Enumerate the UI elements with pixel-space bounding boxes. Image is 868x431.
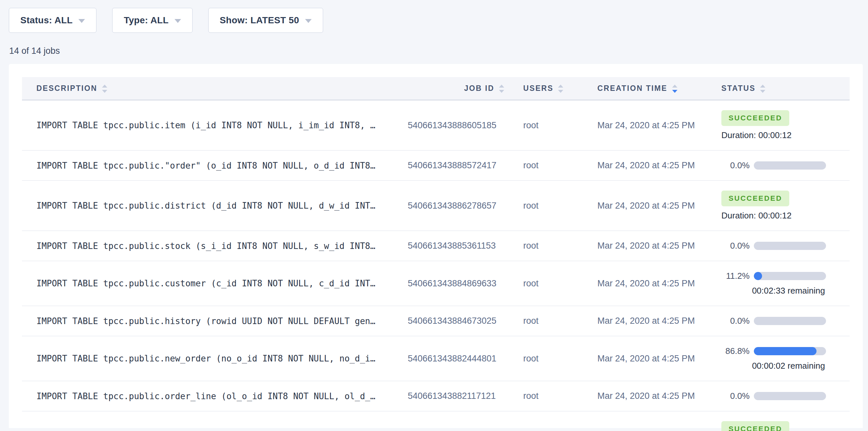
job-user: root <box>513 411 587 431</box>
job-description: IMPORT TABLE tpcc.public.new_order (no_o… <box>22 336 408 381</box>
job-description: IMPORT TABLE tpcc.public.history (rowid … <box>22 306 408 336</box>
job-creation-time: Mar 24, 2020 at 4:25 PM <box>587 181 712 231</box>
sort-asc-icon <box>760 85 765 88</box>
type-filter-dropdown[interactable]: Type: ALL <box>112 8 192 33</box>
sort-icons <box>760 85 765 93</box>
status-filter-dropdown[interactable]: Status: ALL <box>9 8 96 33</box>
jobs-count: 14 of 14 jobs <box>9 46 868 56</box>
status-running-block: 0.0% <box>721 391 849 401</box>
column-header-description[interactable]: DESCRIPTION <box>22 77 408 100</box>
job-user: root <box>513 181 587 231</box>
job-id: 540661343886278657 <box>408 181 513 231</box>
sort-asc-icon <box>499 85 504 88</box>
sort-asc-icon <box>558 85 563 88</box>
column-header-status[interactable]: STATUS <box>712 77 849 100</box>
column-header-label: DESCRIPTION <box>36 84 97 93</box>
job-creation-time: Mar 24, 2020 at 4:25 PM <box>587 100 712 151</box>
sort-icons <box>102 85 107 93</box>
job-id: 540661343888605185 <box>408 100 513 151</box>
status-running-block: 0.0% <box>721 160 849 171</box>
progress-bar <box>754 272 826 280</box>
table-row: IMPORT TABLE tpcc.public.customer (c_id … <box>22 261 849 306</box>
job-status-cell: SUCCEEDED Duration: 00:00:12 <box>712 100 849 151</box>
sort-asc-icon <box>672 85 677 88</box>
column-header-users[interactable]: USERS <box>513 77 587 100</box>
sort-desc-icon <box>558 90 563 93</box>
job-id: 540661343882444801 <box>408 336 513 381</box>
job-progress-percent: 0.0% <box>721 241 750 251</box>
show-filter-label: Show: LATEST 50 <box>220 15 299 26</box>
job-description: IMPORT TABLE tpcc.public.stock (s_i_id I… <box>22 231 408 261</box>
sort-desc-icon <box>499 90 504 93</box>
chevron-down-icon <box>79 19 85 23</box>
job-id: 540661343882117121 <box>408 381 513 411</box>
sort-desc-icon-active <box>672 90 677 93</box>
job-creation-time: Mar 24, 2020 at 4:25 PM <box>587 151 712 181</box>
type-filter-label: Type: ALL <box>124 15 168 26</box>
job-user: root <box>513 336 587 381</box>
column-header-label: CREATION TIME <box>597 84 668 93</box>
sort-icons <box>499 85 504 93</box>
job-status-cell: 86.8% 00:00:02 remaining <box>712 336 849 381</box>
job-description: IMPORT TABLE tpcc.public.district (d_id … <box>22 181 408 231</box>
status-badge: SUCCEEDED <box>721 191 789 206</box>
status-succeeded-block: SUCCEEDED Duration: 00:00:12 <box>721 110 849 141</box>
job-description: IMPORT TABLE tpcc.public.item (i_id INT8… <box>22 100 408 151</box>
job-remaining-time: 00:02:33 remaining <box>721 286 826 296</box>
status-succeeded-block: SUCCEEDED Duration: 00:00:12 <box>721 191 849 221</box>
table-header-row: DESCRIPTION JOB ID <box>22 77 849 100</box>
job-creation-time: Mar 24, 2020 at 4:25 PM <box>587 231 712 261</box>
filters-toolbar: Status: ALL Type: ALL Show: LATEST 50 <box>0 0 868 33</box>
table-row: IMPORT TABLE tpcc.public.warehouse (w_id… <box>22 411 849 431</box>
job-description: IMPORT TABLE tpcc.public."order" (o_id I… <box>22 151 408 181</box>
column-header-job-id[interactable]: JOB ID <box>408 77 513 100</box>
job-id: 540661343885361153 <box>408 231 513 261</box>
job-description: IMPORT TABLE tpcc.public.customer (c_id … <box>22 261 408 306</box>
progress-bar <box>754 161 826 170</box>
chevron-down-icon <box>305 19 312 23</box>
table-row: IMPORT TABLE tpcc.public."order" (o_id I… <box>22 151 849 181</box>
sort-icons <box>672 85 677 93</box>
job-duration: Duration: 00:00:12 <box>721 130 849 141</box>
job-user: root <box>513 231 587 261</box>
job-description: IMPORT TABLE tpcc.public.warehouse (w_id… <box>22 411 408 431</box>
job-progress-percent: 11.2% <box>721 271 750 281</box>
status-filter-label: Status: ALL <box>20 15 72 26</box>
job-creation-time: Mar 24, 2020 at 4:25 PM <box>587 261 712 306</box>
job-user: root <box>513 100 587 151</box>
progress-bar-fill <box>754 347 816 355</box>
job-status-cell: SUCCEEDED Duration: 00:00:08 <box>712 411 849 431</box>
status-succeeded-block: SUCCEEDED Duration: 00:00:08 <box>721 421 849 431</box>
show-filter-dropdown[interactable]: Show: LATEST 50 <box>208 8 323 33</box>
sort-icons <box>558 85 563 93</box>
sort-desc-icon <box>760 90 765 93</box>
job-progress-percent: 86.8% <box>721 346 750 356</box>
job-creation-time: Mar 24, 2020 at 4:25 PM <box>587 336 712 381</box>
job-duration: Duration: 00:00:12 <box>721 211 849 221</box>
job-user: root <box>513 306 587 336</box>
column-header-label: JOB ID <box>464 84 494 93</box>
table-row: IMPORT TABLE tpcc.public.item (i_id INT8… <box>22 100 849 151</box>
progress-bar <box>754 242 826 250</box>
job-status-cell: 11.2% 00:02:33 remaining <box>712 261 849 306</box>
job-remaining-time: 00:00:02 remaining <box>721 361 826 371</box>
job-creation-time: Mar 24, 2020 at 4:25 PM <box>587 411 712 431</box>
status-badge: SUCCEEDED <box>721 421 789 431</box>
job-status-cell: 0.0% <box>712 151 849 181</box>
jobs-table-body: IMPORT TABLE tpcc.public.item (i_id INT8… <box>22 100 849 431</box>
progress-bar <box>754 347 826 355</box>
status-running-block: 86.8% 00:00:02 remaining <box>721 346 849 371</box>
table-row: IMPORT TABLE tpcc.public.new_order (no_o… <box>22 336 849 381</box>
column-header-label: STATUS <box>721 84 755 93</box>
column-header-creation-time[interactable]: CREATION TIME <box>587 77 712 100</box>
table-row: IMPORT TABLE tpcc.public.stock (s_i_id I… <box>22 231 849 261</box>
table-row: IMPORT TABLE tpcc.public.history (rowid … <box>22 306 849 336</box>
job-description: IMPORT TABLE tpcc.public.order_line (ol_… <box>22 381 408 411</box>
jobs-table: DESCRIPTION JOB ID <box>22 77 849 431</box>
job-status-cell: 0.0% <box>712 306 849 336</box>
table-row: IMPORT TABLE tpcc.public.district (d_id … <box>22 181 849 231</box>
status-running-block: 11.2% 00:02:33 remaining <box>721 271 849 296</box>
job-progress-percent: 0.0% <box>721 160 750 171</box>
job-user: root <box>513 261 587 306</box>
job-status-cell: SUCCEEDED Duration: 00:00:12 <box>712 181 849 231</box>
